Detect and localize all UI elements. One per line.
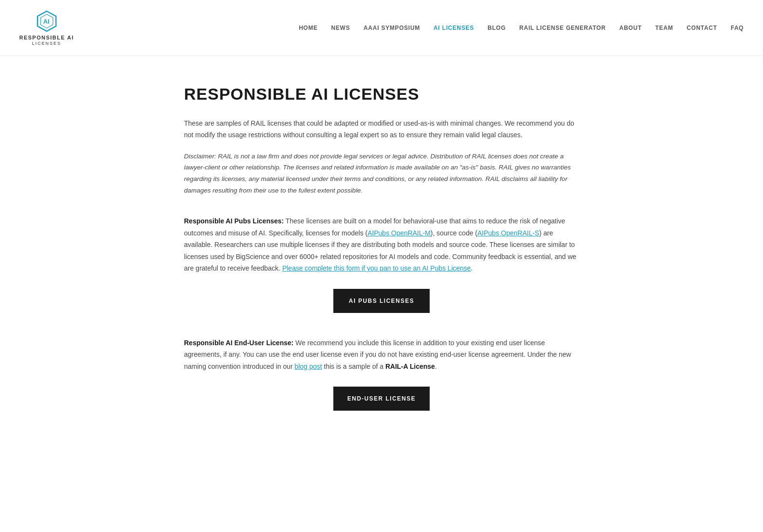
site-logo[interactable]: AI RESPONSIBLE AI LICENSES: [19, 10, 74, 46]
aipubs-body: Responsible AI Pubs Licenses: These lice…: [184, 215, 579, 274]
aipubs-link-model[interactable]: AIPubs OpenRAIL-M: [368, 229, 431, 237]
nav-faq[interactable]: FAQ: [731, 25, 744, 31]
enduser-text-end: .: [435, 363, 437, 370]
aipubs-button-wrapper: AI PUBS LICENSES: [184, 289, 579, 313]
nav-contact[interactable]: CONTACT: [687, 25, 717, 31]
enduser-button[interactable]: END-USER LICENSE: [333, 387, 430, 411]
nav-blog[interactable]: BLOG: [487, 25, 506, 31]
nav-about[interactable]: ABOUT: [619, 25, 642, 31]
aipubs-text-mid: ), source code (: [431, 229, 477, 237]
disclaimer-text: Disclaimer: RAIL is not a law firm and d…: [184, 151, 579, 196]
enduser-body: Responsible AI End-User License: We reco…: [184, 337, 579, 373]
enduser-link-blog[interactable]: blog post: [295, 363, 322, 370]
aipubs-heading: Responsible AI Pubs Licenses:: [184, 217, 284, 225]
nav-news[interactable]: NEWS: [331, 25, 350, 31]
main-nav: HOME NEWS AAAI SYMPOSIUM AI LICENSES BLO…: [299, 25, 744, 31]
page-title: RESPONSIBLE AI LICENSES: [184, 85, 579, 104]
aipubs-button[interactable]: AI PUBS LICENSES: [333, 289, 430, 313]
logo-icon: AI: [35, 10, 58, 33]
aipubs-link-source[interactable]: AIPubs OpenRAIL-S: [477, 229, 539, 237]
nav-home[interactable]: HOME: [299, 25, 317, 31]
logo-text-main: RESPONSIBLE AI: [19, 35, 74, 41]
section-enduser: Responsible AI End-User License: We reco…: [184, 337, 579, 411]
enduser-button-wrapper: END-USER LICENSE: [184, 387, 579, 411]
aipubs-link-form[interactable]: Please complete this form if you pan to …: [282, 264, 471, 272]
svg-text:AI: AI: [43, 18, 50, 25]
enduser-bold-text: RAIL-A License: [385, 363, 435, 370]
logo-text-sub: LICENSES: [32, 41, 61, 46]
intro-text: These are samples of RAIL licenses that …: [184, 118, 579, 141]
enduser-text-post: this is a sample of a: [322, 363, 385, 370]
section-aipubs: Responsible AI Pubs Licenses: These lice…: [184, 215, 579, 313]
aipubs-text-end: .: [471, 264, 473, 272]
nav-rail-generator[interactable]: RAIL LICENSE GENERATOR: [519, 25, 606, 31]
nav-team[interactable]: TEAM: [655, 25, 673, 31]
nav-ailicenses[interactable]: AI LICENSES: [434, 25, 474, 31]
enduser-heading: Responsible AI End-User License:: [184, 339, 293, 347]
nav-aaai[interactable]: AAAI SYMPOSIUM: [364, 25, 420, 31]
